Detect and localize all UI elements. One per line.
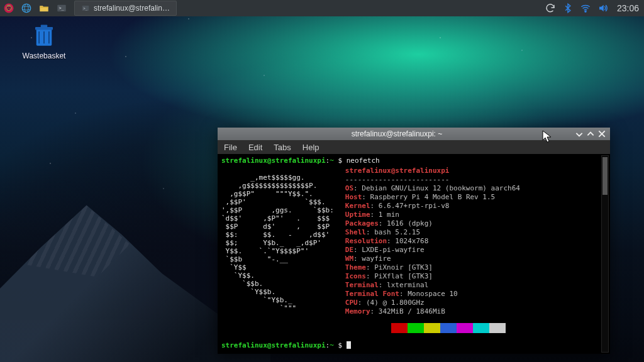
- svg-point-1: [7, 7, 8, 8]
- neofetch-color-swatches: [375, 323, 606, 333]
- terminal-prompt-line-1: strefalinux@strefalinuxpi:~ $ neofetch: [221, 156, 606, 165]
- bluetooth-icon[interactable]: [562, 2, 574, 14]
- web-browser-launcher[interactable]: [19, 1, 34, 16]
- neofetch-output: _,met$$$$$gg. ,g$$$$$$$$$$$$$$$P. ,g$$P"…: [221, 167, 606, 319]
- svg-point-3: [8, 9, 9, 10]
- terminal-menu-tabs[interactable]: Tabs: [274, 143, 291, 152]
- terminal-menubar: File Edit Tabs Help: [218, 140, 610, 154]
- svg-point-4: [22, 4, 31, 13]
- window-maximize-button[interactable]: [586, 129, 595, 138]
- neofetch-system-info: strefalinux@strefalinuxpi --------------…: [345, 167, 520, 319]
- window-close-button[interactable]: [597, 129, 606, 138]
- volume-icon[interactable]: [597, 2, 609, 14]
- color-swatch: [457, 323, 473, 333]
- wifi-icon[interactable]: [579, 2, 592, 14]
- svg-text:>_: >_: [59, 6, 65, 11]
- color-swatch: [440, 323, 457, 333]
- terminal-scrollbar[interactable]: [601, 155, 609, 353]
- top-panel: >_ >_ strefalinux@strefalin… 23:06: [0, 0, 644, 16]
- terminal-menu-edit[interactable]: Edit: [248, 143, 262, 152]
- window-minimize-button[interactable]: [575, 129, 584, 138]
- app-menu-button[interactable]: [1, 1, 16, 16]
- taskbar-entry-label: strefalinux@strefalin…: [94, 4, 170, 13]
- terminal-window: strefalinux@strefalinuxpi: ~ File Edit T…: [218, 128, 610, 354]
- color-swatch: [391, 323, 408, 333]
- terminal-cursor: [347, 341, 351, 349]
- panel-clock[interactable]: 23:06: [617, 3, 639, 13]
- color-swatch: [473, 323, 489, 333]
- terminal-prompt-line-2: strefalinux@strefalinuxpi:~ $: [221, 341, 351, 350]
- svg-rect-14: [41, 25, 48, 28]
- taskbar-entry-terminal[interactable]: >_ strefalinux@strefalin…: [74, 1, 177, 16]
- terminal-menu-file[interactable]: File: [224, 143, 237, 152]
- svg-point-11: [585, 11, 586, 12]
- neofetch-ascii-logo: _,met$$$$$gg. ,g$$$$$$$$$$$$$$$P. ,g$$P"…: [221, 173, 334, 312]
- desktop-trash[interactable]: Wastebasket: [21, 23, 67, 60]
- color-swatch: [424, 323, 440, 333]
- trash-icon: [31, 23, 57, 49]
- svg-rect-13: [35, 27, 53, 30]
- file-manager-launcher[interactable]: [36, 1, 52, 16]
- updates-icon[interactable]: [544, 2, 557, 14]
- terminal-menu-help[interactable]: Help: [303, 143, 319, 152]
- terminal-launcher[interactable]: >_: [54, 1, 69, 16]
- svg-point-2: [9, 7, 10, 8]
- svg-point-6: [25, 4, 28, 13]
- svg-text:>_: >_: [84, 6, 88, 11]
- svg-point-5: [22, 6, 31, 10]
- terminal-titlebar[interactable]: strefalinux@strefalinuxpi: ~: [218, 128, 610, 140]
- system-tray: 23:06: [544, 2, 644, 14]
- color-swatch: [408, 323, 424, 333]
- desktop-trash-label: Wastebasket: [21, 52, 67, 60]
- terminal-viewport[interactable]: strefalinux@strefalinuxpi:~ $ neofetch _…: [218, 154, 610, 354]
- color-swatch: [489, 323, 506, 333]
- terminal-title-text: strefalinux@strefalinuxpi: ~: [221, 129, 572, 138]
- color-swatch: [375, 323, 391, 333]
- scrollbar-thumb[interactable]: [602, 157, 608, 195]
